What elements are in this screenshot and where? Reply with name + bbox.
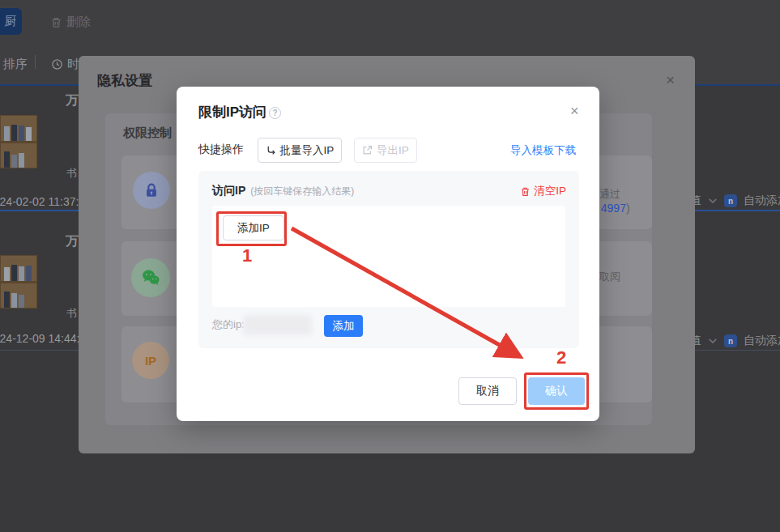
access-ip-header: 访问IP (按回车键保存输入结果) [212, 184, 354, 198]
shelf-row [1, 256, 36, 283]
close-icon[interactable]: × [666, 71, 675, 89]
cancel-button[interactable]: 取消 [458, 377, 517, 405]
export-ip-button[interactable]: 导出IP [354, 138, 417, 163]
quick-ops-label: 快捷操作 [198, 143, 244, 157]
batch-import-ip-button[interactable]: 批量导入IP [258, 138, 342, 163]
primary-action-button[interactable]: 厨 [0, 8, 22, 35]
your-ip-label: 您的ip: [212, 317, 245, 332]
trash-icon [520, 186, 531, 197]
batch-import-label: 批量导入IP [280, 143, 335, 158]
row-actions: 值 n 自动添加 [690, 194, 780, 208]
delete-label: 删除 [66, 15, 91, 30]
list-item-title: 万 [66, 92, 79, 109]
screen: 厨 删除 排序 时间 万 书 2024-02-02 11:37:57 [0, 0, 780, 532]
chevron-down-icon[interactable] [708, 196, 718, 206]
step2-number: 2 [556, 347, 566, 368]
shelf-row [1, 116, 36, 143]
access-ip-hint: (按回车键保存输入结果) [250, 185, 354, 198]
row-actions: 值 n 自动添加 [690, 334, 780, 348]
step2-highlight-box [524, 372, 589, 410]
export-label: 导出IP [377, 143, 409, 158]
auto-tag-label[interactable]: 自动添加 [744, 334, 780, 348]
list-item-subtitle: 书 [66, 306, 77, 321]
bookshelf-thumbnail[interactable] [0, 115, 37, 168]
step-arrow [285, 220, 536, 374]
clear-ip-button[interactable]: 清空IP [520, 184, 566, 198]
template-download-link[interactable]: 导入模板下载 [510, 143, 576, 158]
ip-badge-icon: IP [132, 342, 169, 379]
trash-icon [50, 16, 62, 28]
card-text-fragment: 取阅 [599, 270, 620, 284]
shelf-row [1, 143, 36, 168]
help-circle-icon[interactable]: ? [269, 107, 281, 119]
count-value: 4997 [601, 202, 626, 215]
lock-icon [133, 172, 170, 209]
close-icon[interactable]: × [570, 103, 579, 120]
wechat-icon [131, 258, 170, 297]
chevron-down-icon[interactable] [708, 336, 718, 346]
sort-control[interactable]: 排序 [3, 57, 28, 72]
toolbar-separator [35, 55, 36, 69]
primary-action-label: 厨 [4, 14, 16, 29]
clock-icon [51, 58, 63, 70]
bookshelf-thumbnail[interactable] [0, 255, 37, 309]
step1-number: 1 [242, 245, 252, 266]
delete-button[interactable]: 删除 [50, 15, 91, 30]
auto-app-icon: n [724, 334, 737, 347]
shelf-row [1, 283, 36, 309]
privacy-modal-title: 隐私设置 [97, 71, 152, 90]
card-text-fragment: 通过 [599, 187, 620, 202]
ip-modal-title: 限制IP访问 [198, 103, 266, 121]
clear-ip-label: 清空IP [534, 184, 566, 198]
auto-tag-label[interactable]: 自动添加 [744, 194, 780, 208]
access-ip-label: 访问IP [212, 184, 245, 198]
import-arrow-icon [266, 145, 276, 155]
auto-app-icon: n [724, 194, 737, 207]
list-item-subtitle: 书 [66, 166, 77, 181]
step1-highlight-box [216, 211, 287, 246]
export-icon [362, 145, 373, 155]
card-count-fragment: : 4997) [595, 202, 630, 215]
permission-section-label: 权限控制 [123, 126, 172, 141]
list-item-title: 万 [66, 233, 79, 250]
